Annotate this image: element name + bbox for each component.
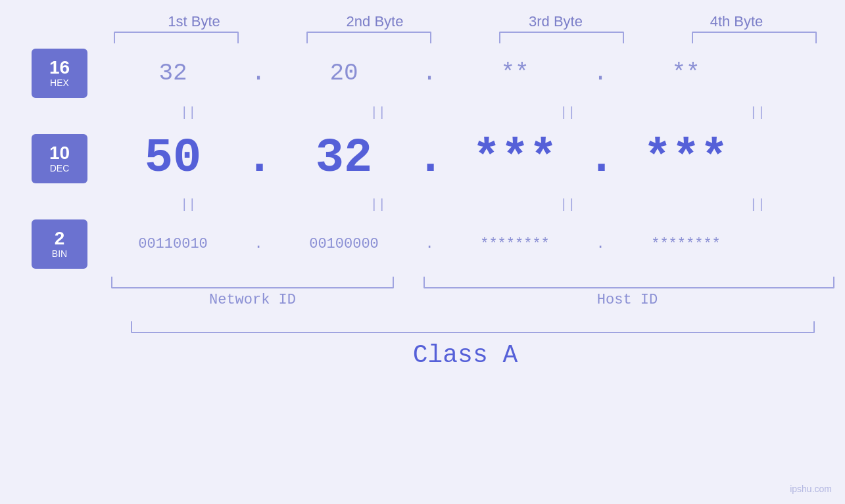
watermark: ipshu.com bbox=[790, 484, 832, 494]
bin-byte2: 00100000 bbox=[272, 236, 416, 252]
byte1-header: 1st Byte bbox=[122, 13, 266, 30]
bin-byte4: ******** bbox=[614, 236, 758, 252]
bottom-brackets bbox=[111, 277, 834, 288]
byte3-header: 3rd Byte bbox=[483, 13, 628, 30]
eq1-b1: || bbox=[116, 105, 260, 120]
eq1-b4: || bbox=[685, 105, 830, 120]
dec-sep3: . bbox=[587, 131, 614, 185]
network-id-label: Network ID bbox=[111, 292, 394, 308]
bin-sep3: . bbox=[587, 236, 614, 252]
full-bottom-bracket bbox=[131, 321, 815, 333]
hex-values-row: 32 . 20 . ** . ** bbox=[101, 60, 845, 87]
bin-base-label: BIN bbox=[52, 248, 67, 259]
dec-row: 10 DEC 50 . 32 . *** . *** bbox=[0, 122, 845, 195]
bracket-byte1 bbox=[114, 32, 239, 43]
hex-sep1: . bbox=[245, 60, 272, 87]
bracket-byte2 bbox=[306, 32, 431, 43]
class-label: Class A bbox=[104, 341, 827, 369]
hex-byte2: 20 bbox=[272, 60, 416, 87]
bin-base-num: 2 bbox=[55, 229, 65, 249]
host-id-label: Host ID bbox=[420, 292, 834, 308]
host-bracket bbox=[423, 277, 834, 288]
dec-values-row: 50 . 32 . *** . *** bbox=[101, 131, 845, 185]
hex-row: 16 HEX 32 . 20 . ** . ** bbox=[0, 43, 845, 103]
bracket-byte4 bbox=[692, 32, 817, 43]
hex-byte1: 32 bbox=[101, 60, 245, 87]
hex-sep3: . bbox=[587, 60, 614, 87]
bin-sep1: . bbox=[245, 236, 272, 252]
bin-row: 2 BIN 00110010 . 00100000 . ******** . *… bbox=[0, 214, 845, 273]
top-brackets bbox=[104, 32, 827, 43]
hex-base-num: 16 bbox=[49, 58, 70, 78]
equals-row2: || || || || bbox=[111, 195, 834, 214]
dec-sep1: . bbox=[245, 131, 272, 185]
bin-sep2: . bbox=[416, 236, 443, 252]
id-labels-row: Network ID Host ID bbox=[111, 292, 834, 308]
eq2-b3: || bbox=[495, 197, 640, 212]
hex-byte3: ** bbox=[443, 60, 587, 87]
dec-byte2: 32 bbox=[272, 131, 416, 185]
eq2-b1: || bbox=[116, 197, 260, 212]
byte4-header: 4th Byte bbox=[664, 13, 809, 30]
byte2-header: 2nd Byte bbox=[302, 13, 447, 30]
eq2-b2: || bbox=[306, 197, 450, 212]
dec-sep2: . bbox=[416, 131, 443, 185]
bin-byte1: 00110010 bbox=[101, 236, 245, 252]
eq1-b2: || bbox=[306, 105, 450, 120]
network-bracket bbox=[111, 277, 394, 288]
main-container: 1st Byte 2nd Byte 3rd Byte 4th Byte 16 H… bbox=[0, 0, 845, 504]
hex-label-box: 16 HEX bbox=[32, 49, 87, 98]
eq1-b3: || bbox=[495, 105, 640, 120]
hex-sep2: . bbox=[416, 60, 443, 87]
byte-headers: 1st Byte 2nd Byte 3rd Byte 4th Byte bbox=[104, 13, 827, 30]
equals-row1: || || || || bbox=[111, 103, 834, 122]
eq2-b4: || bbox=[685, 197, 830, 212]
dec-byte3: *** bbox=[443, 131, 587, 185]
dec-byte1: 50 bbox=[101, 131, 245, 185]
bin-label-box: 2 BIN bbox=[32, 219, 87, 269]
dec-byte4: *** bbox=[614, 131, 758, 185]
dec-label-box: 10 DEC bbox=[32, 134, 87, 183]
dec-base-label: DEC bbox=[50, 163, 70, 173]
hex-base-label: HEX bbox=[50, 78, 69, 88]
bin-values-row: 00110010 . 00100000 . ******** . *******… bbox=[101, 236, 845, 252]
bin-byte3: ******** bbox=[443, 236, 587, 252]
hex-byte4: ** bbox=[614, 60, 758, 87]
bracket-byte3 bbox=[499, 32, 624, 43]
dec-base-num: 10 bbox=[49, 143, 70, 164]
